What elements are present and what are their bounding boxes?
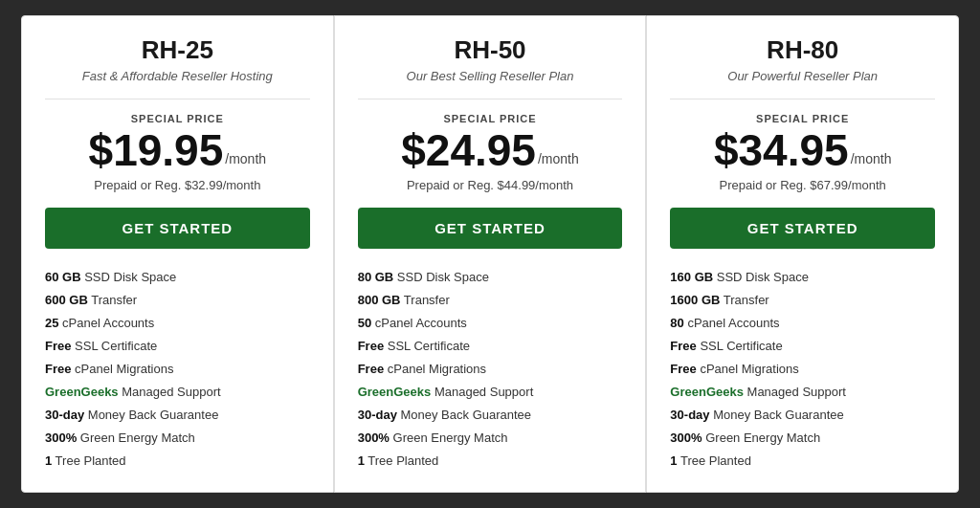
divider xyxy=(45,99,310,99)
special-price-label: SPECIAL PRICE xyxy=(756,113,849,124)
price-row: $24.95/month xyxy=(401,128,579,172)
price-per-month: /month xyxy=(538,151,579,166)
get-started-button[interactable]: GET STARTED xyxy=(670,208,935,249)
reg-price: Prepaid or Reg. $67.99/month xyxy=(720,178,886,192)
reg-price: Prepaid or Reg. $44.99/month xyxy=(407,178,573,192)
divider xyxy=(358,99,623,99)
feature-item: 30-day Money Back Guarantee xyxy=(358,404,623,427)
plan-price: $34.95 xyxy=(714,128,849,172)
feature-item: 30-day Money Back Guarantee xyxy=(670,404,935,427)
features-list: 80 GB SSD Disk Space800 GB Transfer50 cP… xyxy=(358,266,623,473)
plan-subtitle: Our Best Selling Reseller Plan xyxy=(407,69,574,83)
feature-item: 300% Green Energy Match xyxy=(45,427,310,450)
plan-price: $19.95 xyxy=(89,128,224,172)
feature-item: 80 cPanel Accounts xyxy=(670,312,935,335)
feature-item: 300% Green Energy Match xyxy=(670,427,935,450)
special-price-label: SPECIAL PRICE xyxy=(131,113,224,124)
price-per-month: /month xyxy=(851,151,892,166)
feature-item: Free SSL Certificate xyxy=(670,335,935,358)
feature-item: 800 GB Transfer xyxy=(358,289,623,312)
plans-container: RH-25Fast & Affordable Reseller HostingS… xyxy=(21,15,959,493)
feature-item: 1 Tree Planted xyxy=(45,450,310,473)
price-per-month: /month xyxy=(225,151,266,166)
price-row: $19.95/month xyxy=(89,128,267,172)
feature-item: 160 GB SSD Disk Space xyxy=(670,266,935,289)
plan-card-rh-50: RH-50Our Best Selling Reseller PlanSPECI… xyxy=(334,15,647,493)
feature-item: Free cPanel Migrations xyxy=(670,358,935,381)
feature-item: 300% Green Energy Match xyxy=(358,427,623,450)
plan-subtitle: Our Powerful Reseller Plan xyxy=(727,69,878,83)
reg-price: Prepaid or Reg. $32.99/month xyxy=(94,178,260,192)
divider xyxy=(670,99,935,99)
special-price-label: SPECIAL PRICE xyxy=(443,113,536,124)
feature-item: Free SSL Certificate xyxy=(358,335,623,358)
feature-item: 1600 GB Transfer xyxy=(670,289,935,312)
feature-item: Free cPanel Migrations xyxy=(45,358,310,381)
feature-item: 1 Tree Planted xyxy=(670,450,935,473)
feature-item: 50 cPanel Accounts xyxy=(358,312,623,335)
feature-item: 80 GB SSD Disk Space xyxy=(358,266,623,289)
feature-item: 1 Tree Planted xyxy=(358,450,623,473)
plan-price: $24.95 xyxy=(401,128,536,172)
feature-item: 60 GB SSD Disk Space xyxy=(45,266,310,289)
feature-item: GreenGeeks Managed Support xyxy=(45,381,310,404)
price-row: $34.95/month xyxy=(714,128,892,172)
features-list: 160 GB SSD Disk Space1600 GB Transfer80 … xyxy=(670,266,935,473)
plan-card-rh-25: RH-25Fast & Affordable Reseller HostingS… xyxy=(21,15,334,493)
feature-item: 25 cPanel Accounts xyxy=(45,312,310,335)
feature-item: 600 GB Transfer xyxy=(45,289,310,312)
feature-item: Free SSL Certificate xyxy=(45,335,310,358)
feature-item: Free cPanel Migrations xyxy=(358,358,623,381)
features-list: 60 GB SSD Disk Space600 GB Transfer25 cP… xyxy=(45,266,310,473)
plan-subtitle: Fast & Affordable Reseller Hosting xyxy=(82,69,273,83)
get-started-button[interactable]: GET STARTED xyxy=(45,208,310,249)
feature-item: 30-day Money Back Guarantee xyxy=(45,404,310,427)
plan-name: RH-80 xyxy=(767,35,838,65)
plan-name: RH-50 xyxy=(454,35,525,65)
get-started-button[interactable]: GET STARTED xyxy=(358,208,623,249)
plan-name: RH-25 xyxy=(142,35,213,65)
feature-item: GreenGeeks Managed Support xyxy=(670,381,935,404)
plan-card-rh-80: RH-80Our Powerful Reseller PlanSPECIAL P… xyxy=(646,15,959,493)
feature-item: GreenGeeks Managed Support xyxy=(358,381,623,404)
